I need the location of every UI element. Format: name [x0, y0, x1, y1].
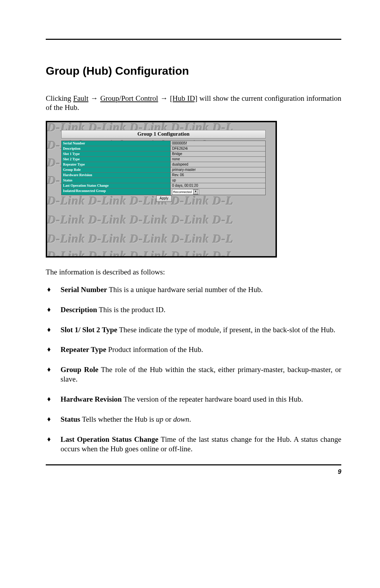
rule-top: [46, 39, 341, 40]
term: Last Operation Status Change: [61, 435, 158, 444]
row-value: DFE2624i: [171, 146, 265, 151]
table-row: Isolated/Reconnected Group Reconnected ▼: [62, 188, 265, 195]
desc-pre: Tells whether the Hub is: [82, 415, 156, 423]
row-label: Repeater Type: [62, 162, 171, 167]
row-label: Isolated/Reconnected Group: [62, 188, 171, 195]
term: Serial Number: [61, 285, 107, 294]
row-value: 0 days, 00:01:20: [171, 183, 265, 188]
italic-up: up: [156, 415, 163, 423]
row-label: Slot 1 Type: [62, 151, 171, 156]
desc: The version of the repeater hardware boa…: [124, 395, 303, 403]
section-heading: Group (Hub) Configuration: [46, 64, 341, 78]
list-item: Slot 1/ Slot 2 Type These indicate the t…: [46, 325, 341, 335]
list-item: Serial Number This is a unique hardware …: [46, 285, 341, 295]
link-hub-id: [Hub ID]: [170, 94, 197, 103]
rule-bottom: [46, 464, 341, 465]
page: Group (Hub) Configuration Clicking Fault…: [0, 0, 380, 588]
link-group-port: Group/Port Control: [100, 94, 158, 103]
row-label: Group Role: [62, 167, 171, 172]
list-item: Repeater Type Product information of the…: [46, 345, 341, 354]
table-row: Slot 1 Type Bridge: [62, 151, 265, 157]
arrow-icon: →: [88, 94, 100, 102]
table-row: Serial Number 0000005f: [62, 141, 265, 146]
table-row: Last Operation Status Change 0 days, 00:…: [62, 183, 265, 188]
desc-mid: or: [163, 415, 173, 423]
row-label: Slot 2 Type: [62, 157, 171, 162]
row-value-dropdown: Reconnected ▼: [171, 188, 265, 195]
watermark-row: D-Link D-Link D-Link D-Link D-L: [47, 213, 276, 227]
panel-title: Group 1 Configuration: [61, 130, 266, 138]
table-row: Repeater Type dualspeed: [62, 162, 265, 167]
watermark-row: D-Link D-Link D-Link D-Link D-L: [47, 249, 276, 256]
dropdown-value: Reconnected: [173, 190, 192, 194]
term: Status: [61, 415, 80, 423]
italic-down: down: [173, 415, 189, 423]
row-value: up: [171, 178, 265, 183]
list-item: Description This is the product ID.: [46, 305, 341, 315]
arrow-icon: →: [158, 94, 170, 102]
table-row: Status up: [62, 178, 265, 183]
desc: These indicate the type of module, if pr…: [119, 326, 335, 334]
list-item: Hardware Revision The version of the rep…: [46, 395, 341, 404]
desc: This is a unique hardware serial number …: [109, 285, 262, 294]
list-item: Group Role The role of the Hub within th…: [46, 365, 341, 384]
row-value: dualspeed: [171, 162, 265, 167]
desc: The role of the Hub within the stack, ei…: [61, 365, 341, 383]
desc: This is the product ID.: [99, 305, 166, 314]
desc-post: .: [189, 415, 191, 423]
row-label: Description: [62, 146, 171, 151]
apply-button[interactable]: Apply: [156, 196, 172, 202]
definition-list: Serial Number This is a unique hardware …: [46, 285, 341, 454]
gap: [99, 365, 101, 374]
term: Description: [61, 305, 97, 314]
table-row: Description DFE2624i: [62, 146, 265, 151]
link-fault: Fault: [73, 94, 88, 103]
intro-prefix: Clicking: [46, 94, 73, 103]
row-label: Last Operation Status Change: [62, 183, 171, 188]
row-value: none: [171, 157, 265, 162]
term: Hardware Revision: [61, 395, 122, 403]
chevron-down-icon[interactable]: ▼: [193, 190, 198, 194]
row-label: Hardware Revision: [62, 173, 171, 178]
table-row: Hardware Revision Rev. 06: [62, 173, 265, 178]
term: Slot 1/ Slot 2 Type: [61, 326, 117, 334]
gap: [158, 435, 161, 444]
table-row: Slot 2 Type none: [62, 157, 265, 162]
screenshot: D-Link D-Link D-Link D-Link D-L D-Link D…: [46, 121, 277, 258]
row-value: Bridge: [171, 151, 265, 156]
list-item: Status Tells whether the Hub is up or do…: [46, 415, 341, 424]
row-value: primary-master: [171, 167, 265, 172]
watermark-row: D-Link D-Link D-Link D-Link D-L: [47, 232, 276, 246]
row-value: 0000005f: [171, 141, 265, 146]
table-row: Group Role primary-master: [62, 167, 265, 173]
config-table: Serial Number 0000005f Description DFE26…: [61, 141, 266, 195]
lead-paragraph: The information is described as follows:: [46, 267, 341, 277]
desc: Product information of the Hub.: [108, 345, 203, 354]
term: Group Role: [61, 365, 99, 374]
row-label: Serial Number: [62, 141, 171, 146]
row-value: Rev. 06: [171, 173, 265, 178]
row-label: Status: [62, 178, 171, 183]
page-number: 9: [46, 468, 341, 476]
term: Repeater Type: [61, 345, 106, 354]
reconnected-dropdown[interactable]: Reconnected ▼: [172, 189, 199, 195]
intro-paragraph: Clicking Fault → Group/Port Control → [H…: [46, 94, 341, 112]
list-item: Last Operation Status Change Time of the…: [46, 435, 341, 454]
